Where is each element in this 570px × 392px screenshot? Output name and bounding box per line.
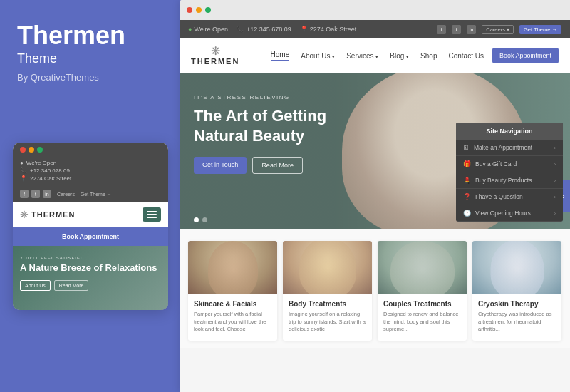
nav-panel-header: Site Navigation [456,123,563,140]
mobile-readmore-btn[interactable]: Read More [54,280,89,291]
mobile-about-btn[interactable]: About Us [20,280,51,291]
mobile-hero-label: YOU'LL FEEL SATISFIED [20,256,161,260]
topbar-open: ● We're Open [188,26,228,33]
nav-panel-hours-label: View Opening Hours [475,210,531,217]
nav-contact[interactable]: Contact Us [448,52,483,60]
phone-icon: 📞 [20,167,27,174]
body-title: Body Treatments [289,300,366,308]
dot-red [20,147,26,153]
appointment-icon: 🗓 [463,144,470,151]
facebook-icon: f [20,190,28,198]
site-nav-panel: Site Navigation 🗓 Make an Appointment › … [456,123,563,222]
service-card-couples: Couples Treatments Designed to renew and… [378,241,467,341]
hero-read-more-btn[interactable]: Read More [252,157,303,174]
nav-about[interactable]: About Us ▾ [301,52,335,60]
browser-dot-yellow [196,7,202,13]
body-person [299,241,356,294]
mobile-open-text: We're Open [26,160,56,166]
mobile-address: 2274 Oak Street [30,175,71,182]
browser-dot-red [187,7,192,13]
nav-panel-gift[interactable]: 🎁 Buy a Gift Card › [456,156,563,172]
site-logo-icon: ❋ [211,46,220,57]
service-img-skincare [188,241,277,294]
hamburger-menu[interactable] [142,207,161,222]
nav-panel-appointment[interactable]: 🗓 Make an Appointment › [456,140,563,156]
browser-dot-green [205,7,211,13]
open-dot-icon: ● [188,26,192,33]
open-icon: ● [20,160,24,166]
site-topbar: ● We're Open 📞 +12 345 678 09 📍 2274 Oak… [180,20,570,38]
hours-arrow-icon: › [554,211,556,216]
site-book-btn[interactable]: Book Appointment [492,48,559,63]
skincare-card-body: Skincare & Facials Pamper yourself with … [188,294,277,341]
service-card-skincare: Skincare & Facials Pamper yourself with … [188,241,277,341]
mobile-hero: YOU'LL FEEL SATISFIED A Nature Breeze of… [13,246,168,310]
nav-panel-products-label: Buy Beauty Products [475,177,532,184]
services-section: Skincare & Facials Pamper yourself with … [180,229,570,348]
service-img-body [283,241,372,294]
mobile-book-btn[interactable]: Book Appointment [13,227,168,246]
site-twitter-icon[interactable]: t [452,25,461,34]
blog-arrow-icon: ▾ [406,54,409,59]
site-hero: IT'S A STRESS-RELIEVING The Art of Getti… [180,73,570,229]
hero-title: The Art of Getting Natural Beauty [194,106,365,145]
site-navbar: ❋ THERMEN Home About Us ▾ Services ▾ Blo… [180,38,570,73]
mobile-hero-content: YOU'LL FEEL SATISFIED A Nature Breeze of… [20,256,161,291]
mobile-logo-text: THERMEN [31,210,75,219]
get-theme-btn[interactable]: Get Theme → [519,25,561,34]
mobile-browser-bar [13,143,168,157]
question-arrow-icon: › [554,195,556,200]
brand-title: Thermen [17,21,160,50]
appointment-arrow-icon: › [554,145,556,150]
careers-btn[interactable]: Careers ▾ [482,25,514,34]
about-arrow-icon: ▾ [332,54,335,59]
dot-yellow [28,147,34,153]
hero-slider-dots [194,217,207,222]
nav-panel-question[interactable]: ❓ I have a Question › [456,189,563,205]
nav-shop[interactable]: Shop [420,52,437,60]
body-desc: Imagine yourself on a relaxing trip to s… [289,311,366,334]
nav-home[interactable]: Home [271,51,290,61]
couples-person [390,241,455,294]
address-icon: 📍 [20,175,27,182]
nav-panel-question-label: I have a Question [475,193,523,200]
nav-panel-products[interactable]: 💄 Buy Beauty Products › [456,172,563,189]
products-icon: 💄 [463,177,471,184]
hero-get-in-touch-btn[interactable]: Get in Touch [194,157,247,174]
nav-panel-hours[interactable]: 🕐 View Opening Hours › [456,205,563,222]
topbar-phone: 📞 +12 345 678 09 [237,26,291,33]
site-linkedin-icon[interactable]: in [467,25,476,34]
couples-card-body: Couples Treatments Designed to renew and… [378,294,467,341]
topbar-left: ● We're Open 📞 +12 345 678 09 📍 2274 Oak… [188,26,427,33]
cryo-desc: Cryotherapy was introduced as a treatmen… [478,311,556,334]
products-arrow-icon: › [554,178,556,183]
gift-icon: 🎁 [463,160,471,167]
mobile-get-theme: Get Theme → [81,192,112,197]
hero-dot-2[interactable] [202,217,207,222]
mobile-phone: +12 345 678 09 [30,167,70,174]
cryo-card-body: Cryoskin Therapy Cryotherapy was introdu… [472,294,561,341]
site-facebook-icon[interactable]: f [437,25,446,34]
hamburger-line-1 [147,211,157,212]
phone-icon-main: 📞 [237,26,244,33]
service-card-cryo: Cryoskin Therapy Cryotherapy was introdu… [472,241,561,341]
mobile-nav-bar: ❋ THERMEN [13,202,168,227]
address-icon-main: 📍 [300,26,308,33]
browser-chrome [180,0,570,20]
mobile-social-row: f t in Careers Get Theme → [13,187,168,202]
skincare-title: Skincare & Facials [194,300,271,308]
dot-green [37,147,43,153]
skincare-desc: Pamper yourself with a facial treatment … [194,311,271,334]
question-icon: ❓ [463,193,471,200]
mobile-logo-icon: ❋ [20,209,28,220]
site-nav-links: Home About Us ▾ Services ▾ Blog ▾ Shop C… [271,51,484,61]
nav-services[interactable]: Services ▾ [346,52,378,60]
body-card-body: Body Treatments Imagine yourself on a re… [283,294,372,341]
couples-desc: Designed to renew and balance the mind, … [383,311,461,334]
nav-blog[interactable]: Blog ▾ [390,52,409,60]
nav-panel-appointment-label: Make an Appointment [474,144,532,151]
topbar-phone-text: +12 345 678 09 [247,26,291,33]
couples-title: Couples Treatments [383,300,461,308]
hamburger-line-2 [147,214,157,215]
hero-dot-1[interactable] [194,217,199,222]
